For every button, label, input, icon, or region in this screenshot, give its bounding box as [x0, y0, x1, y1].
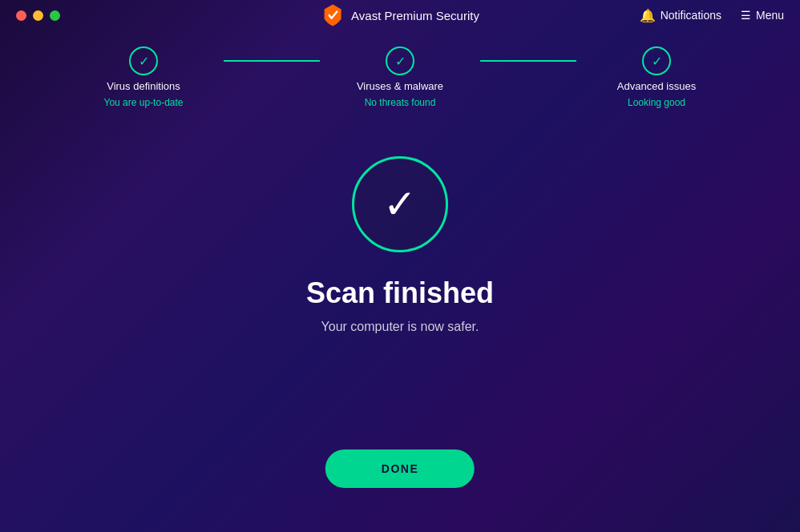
check-icon-2: ✓: [395, 54, 406, 69]
step-virus-definitions: ✓ Virus definitions You are up-to-date: [63, 46, 224, 108]
minimize-button[interactable]: [33, 10, 43, 21]
step-status-1: You are up-to-date: [104, 97, 184, 108]
check-icon-3: ✓: [652, 54, 662, 69]
scan-title: Scan finished: [306, 276, 494, 310]
main-content: ✓ Scan finished Your computer is now saf…: [0, 156, 800, 334]
done-button-container: DONE: [325, 449, 475, 488]
scan-subtitle: Your computer is now safer.: [321, 320, 479, 334]
avast-logo-icon: [321, 3, 345, 27]
scan-result-circle: ✓: [352, 156, 448, 252]
connector-1: [224, 46, 320, 62]
menu-label: Menu: [756, 9, 784, 22]
scan-checkmark-icon: ✓: [383, 184, 417, 224]
menu-button[interactable]: ☰ Menu: [741, 9, 784, 22]
steps-container: ✓ Virus definitions You are up-to-date ✓…: [0, 46, 800, 108]
bell-icon: 🔔: [640, 8, 656, 23]
traffic-lights: [16, 10, 60, 21]
connector-2: [480, 46, 576, 62]
close-button[interactable]: [16, 10, 26, 21]
step-circle-3: ✓: [642, 46, 671, 75]
step-label-2: Viruses & malware: [357, 80, 443, 92]
connector-line-1: [224, 60, 320, 62]
app-title-area: Avast Premium Security: [321, 3, 479, 27]
notifications-button[interactable]: 🔔 Notifications: [640, 8, 721, 23]
maximize-button[interactable]: [50, 10, 60, 21]
titlebar: Avast Premium Security 🔔 Notifications ☰…: [0, 0, 800, 30]
menu-lines-icon: ☰: [741, 9, 751, 22]
step-label-3: Advanced issues: [617, 80, 696, 92]
step-status-2: No threats found: [365, 97, 436, 108]
step-advanced-issues: ✓ Advanced issues Looking good: [576, 46, 737, 108]
connector-line-2: [480, 60, 576, 62]
step-viruses-malware: ✓ Viruses & malware No threats found: [320, 46, 480, 108]
done-button[interactable]: DONE: [325, 449, 475, 488]
check-icon-1: ✓: [139, 54, 149, 69]
notifications-label: Notifications: [661, 9, 721, 22]
step-label-1: Virus definitions: [107, 80, 180, 92]
titlebar-right: 🔔 Notifications ☰ Menu: [640, 8, 784, 23]
step-status-3: Looking good: [628, 97, 685, 108]
step-circle-2: ✓: [386, 46, 414, 75]
app-title: Avast Premium Security: [351, 9, 479, 22]
step-circle-1: ✓: [129, 46, 158, 75]
